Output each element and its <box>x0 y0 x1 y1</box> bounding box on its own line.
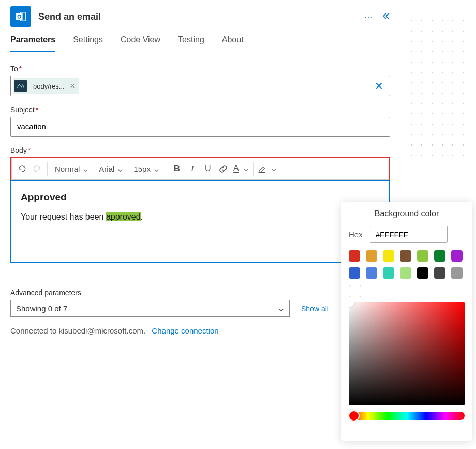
chevron-down-icon <box>117 166 123 172</box>
color-swatch[interactable] <box>349 267 360 279</box>
saturation-value-area[interactable] <box>349 302 465 405</box>
connection-text: Connected to kisubedi@microsoft.com. <box>10 326 145 335</box>
panel-title: Send an email <box>38 11 364 22</box>
hex-input[interactable] <box>370 226 448 243</box>
divider <box>10 279 390 279</box>
to-token[interactable]: body/res... ✕ <box>13 78 79 94</box>
connection-row: Connected to kisubedi@microsoft.com. Cha… <box>10 326 390 335</box>
color-swatch[interactable] <box>366 267 377 279</box>
more-icon[interactable]: ··· <box>364 12 374 21</box>
chevron-down-icon <box>278 306 284 311</box>
tab-bar: Parameters Settings Code View Testing Ab… <box>10 35 390 52</box>
color-swatch[interactable] <box>400 250 411 262</box>
outlook-icon <box>10 6 31 27</box>
swatch-grid <box>349 250 465 279</box>
link-button[interactable] <box>216 161 231 177</box>
advanced-label: Advanced parameters <box>10 288 390 297</box>
token-remove-icon[interactable]: ✕ <box>70 82 75 90</box>
tab-testing[interactable]: Testing <box>178 35 204 52</box>
underline-button[interactable]: U <box>200 161 216 177</box>
color-swatch[interactable] <box>434 267 445 279</box>
color-swatch[interactable] <box>417 267 428 279</box>
highlight-button[interactable] <box>256 161 279 177</box>
clear-to-icon[interactable]: ✕ <box>370 80 388 92</box>
color-picker: Background color Hex <box>341 202 472 441</box>
tab-about[interactable]: About <box>222 35 244 52</box>
italic-button[interactable]: I <box>185 161 200 177</box>
body-editor[interactable]: Approved Your request has been approved. <box>10 180 390 263</box>
chevron-down-icon <box>243 166 249 172</box>
to-label: To* <box>10 65 390 73</box>
body-label: Body* <box>10 146 390 154</box>
body-text: Your request has been approved. <box>21 212 380 222</box>
advanced-select[interactable]: Showing 0 of 7 <box>10 300 290 317</box>
color-swatch[interactable] <box>451 250 463 262</box>
body-highlight: approved <box>106 212 141 221</box>
rte-toolbar: Normal Arial 15px B I U <box>11 158 389 180</box>
font-color-button[interactable]: A <box>231 161 251 177</box>
chevron-down-icon <box>154 166 159 172</box>
color-swatch[interactable] <box>366 250 377 262</box>
color-swatch[interactable] <box>434 250 445 262</box>
svg-rect-0 <box>16 13 23 20</box>
subject-label: Subject* <box>10 106 390 114</box>
color-swatch[interactable] <box>383 250 394 262</box>
color-swatch[interactable] <box>349 250 360 262</box>
hue-slider[interactable] <box>349 412 465 420</box>
change-connection-link[interactable]: Change connection <box>152 326 218 335</box>
picker-title: Background color <box>349 209 465 219</box>
undo-button[interactable] <box>14 161 29 177</box>
selected-swatch[interactable] <box>349 285 361 297</box>
subject-input-frame <box>10 117 390 137</box>
action-panel: Send an email ··· Parameters Settings Co… <box>0 0 400 345</box>
show-all-link[interactable]: Show all <box>301 305 329 313</box>
chevron-down-icon <box>83 166 88 172</box>
color-swatch[interactable] <box>383 267 394 279</box>
redo-button[interactable] <box>29 161 45 177</box>
color-swatch[interactable] <box>451 267 463 279</box>
collapse-icon[interactable] <box>381 11 390 22</box>
body-section: Normal Arial 15px B I U <box>10 157 390 181</box>
color-swatch[interactable] <box>417 250 428 262</box>
token-label: body/res... <box>33 82 65 90</box>
font-select[interactable]: Arial <box>94 161 128 177</box>
hue-handle[interactable] <box>348 410 360 422</box>
color-swatch[interactable] <box>400 267 411 279</box>
panel-header: Send an email ··· <box>10 0 390 35</box>
hex-label: Hex <box>349 230 363 239</box>
to-input[interactable]: body/res... ✕ ✕ <box>10 76 390 96</box>
canvas-background <box>406 16 473 161</box>
tab-settings[interactable]: Settings <box>73 35 103 52</box>
token-icon <box>14 80 27 92</box>
chevron-down-icon <box>271 166 277 172</box>
size-select[interactable]: 15px <box>128 161 165 177</box>
body-heading: Approved <box>21 192 380 203</box>
paragraph-select[interactable]: Normal <box>50 161 94 177</box>
bold-button[interactable]: B <box>169 161 185 177</box>
subject-input[interactable] <box>13 119 388 134</box>
tab-parameters[interactable]: Parameters <box>10 35 55 52</box>
tab-code-view[interactable]: Code View <box>121 35 160 52</box>
